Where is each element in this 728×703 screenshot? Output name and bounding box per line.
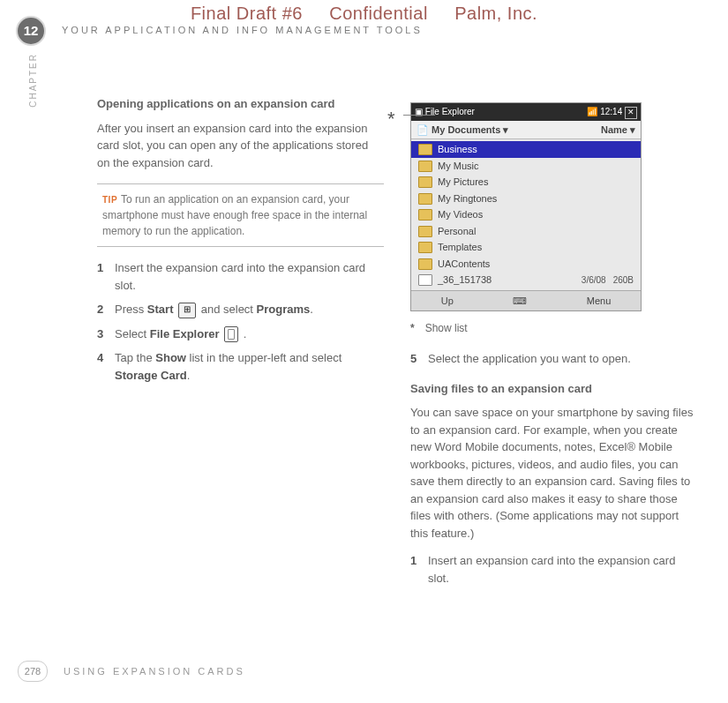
list-item[interactable]: My Ringtones [411,191,641,207]
start-flag-icon[interactable]: ▣ File Explorer [415,105,475,118]
item-label: Templates [438,240,482,255]
close-icon[interactable]: ✕ [625,107,637,119]
tip-text: To run an application on an expansion ca… [102,193,367,237]
step-number: 1 [97,259,115,294]
step-number: 4 [97,349,115,384]
tip-label: TIP [102,195,117,205]
folder-icon [418,176,432,188]
folder-icon [418,161,432,172]
page-number: 278 [18,661,48,682]
subhead-opening-apps: Opening applications on an expansion car… [97,95,384,113]
right-column: * ▣ File Explorer 📶 12:14 ✕ 📄 My Documen… [410,95,697,594]
device-titlebar: ▣ File Explorer 📶 12:14 ✕ [411,103,641,121]
step: 1 Insert the expansion card into the exp… [97,259,384,294]
step-text: Press Start ⊞ and select Programs. [115,301,384,318]
banner-conf: Confidential [329,4,428,23]
running-head: YOUR APPLICATION AND INFO MANAGEMENT TOO… [62,25,423,35]
tip-box: TIPTo run an application on an expansion… [97,183,384,247]
banner-company: Palm, Inc. [454,4,537,23]
step: 5 Select the application you want to ope… [410,350,697,368]
screenshot-legend: *Show list [410,320,697,336]
list-item[interactable]: UAContents [411,256,641,273]
list-item[interactable]: My Pictures [411,174,641,191]
list-item[interactable]: Templates [411,239,641,256]
start-icon: ⊞ [178,303,196,318]
banner-draft: Final Draft #6 [191,4,303,23]
sort-dropdown[interactable]: Name ▾ [601,123,635,138]
step: 3 Select File Explorer . [97,325,384,343]
file-explorer-icon [224,326,238,342]
status-icons: 📶 12:14 ✕ [587,105,637,119]
list-item[interactable]: _36_1517383/6/08260B [411,272,641,288]
page-footer: 278 USING EXPANSION CARDS [18,661,245,682]
device-file-list[interactable]: BusinessMy MusicMy PicturesMy RingtonesM… [411,139,641,290]
folder-icon [418,193,432,205]
step: 2 Press Start ⊞ and select Programs. [97,301,384,318]
softkey-menu[interactable]: Menu [587,294,612,309]
chapter-number-badge: 12 [16,16,46,46]
folder-icon [418,209,432,221]
legend-mark: * [410,322,415,334]
folder-dropdown[interactable]: 📄 My Documents ▾ [417,123,508,138]
softkey-up[interactable]: Up [441,294,454,309]
step-number: 3 [97,325,115,343]
subhead-saving-files: Saving files to an expansion card [410,380,697,398]
device-softkeys: Up ⌨ Menu [411,290,641,311]
footer-section-title: USING EXPANSION CARDS [64,666,245,677]
step-number: 5 [410,350,428,368]
step: 4 Tap the Show list in the upper-left an… [97,349,384,384]
list-item[interactable]: My Videos [411,206,641,223]
list-item[interactable]: Business [411,141,641,158]
step-text: Insert an expansion card into the expans… [428,552,697,587]
keyboard-icon[interactable]: ⌨ [513,294,527,309]
confidential-banner: Final Draft #6 Confidential Palm, Inc. [0,0,728,24]
step-text: Insert the expansion card into the expan… [115,259,384,294]
item-meta: 3/6/08260B [582,273,634,287]
chapter-tab: CHAPTER [28,53,38,108]
item-label: UAContents [438,257,490,272]
item-label: Personal [438,224,476,239]
file-icon [418,274,432,286]
step-number: 1 [410,552,428,587]
folder-icon [418,144,432,155]
list-item[interactable]: My Music [411,158,641,175]
step-text: Select File Explorer . [115,325,384,343]
legend-text: Show list [425,322,468,334]
steps-list: 1 Insert the expansion card into the exp… [97,259,384,384]
item-label: _36_151738 [438,273,492,288]
item-label: My Music [438,159,478,174]
step: 1 Insert an expansion card into the expa… [410,552,697,587]
device-header[interactable]: 📄 My Documents ▾ Name ▾ [411,121,641,140]
step-text: Select the application you want to open. [428,350,697,368]
folder-icon [418,242,432,253]
list-item[interactable]: Personal [411,223,641,240]
callout-star-icon: * [387,104,395,133]
folder-icon [418,226,432,237]
folder-icon [418,258,432,270]
step-number: 2 [97,301,115,318]
left-column: Opening applications on an expansion car… [97,95,384,594]
item-label: Business [438,142,477,157]
screenshot-wrap: * ▣ File Explorer 📶 12:14 ✕ 📄 My Documen… [410,102,697,311]
item-label: My Videos [438,207,483,222]
device-screenshot: ▣ File Explorer 📶 12:14 ✕ 📄 My Documents… [410,102,642,311]
saving-paragraph: You can save space on your smartphone by… [410,404,697,542]
step-text: Tap the Show list in the upper-left and … [115,349,384,384]
callout-line [403,115,435,116]
intro-paragraph: After you insert an expansion card into … [97,120,384,172]
item-label: My Pictures [438,175,488,190]
item-label: My Ringtones [438,191,497,206]
